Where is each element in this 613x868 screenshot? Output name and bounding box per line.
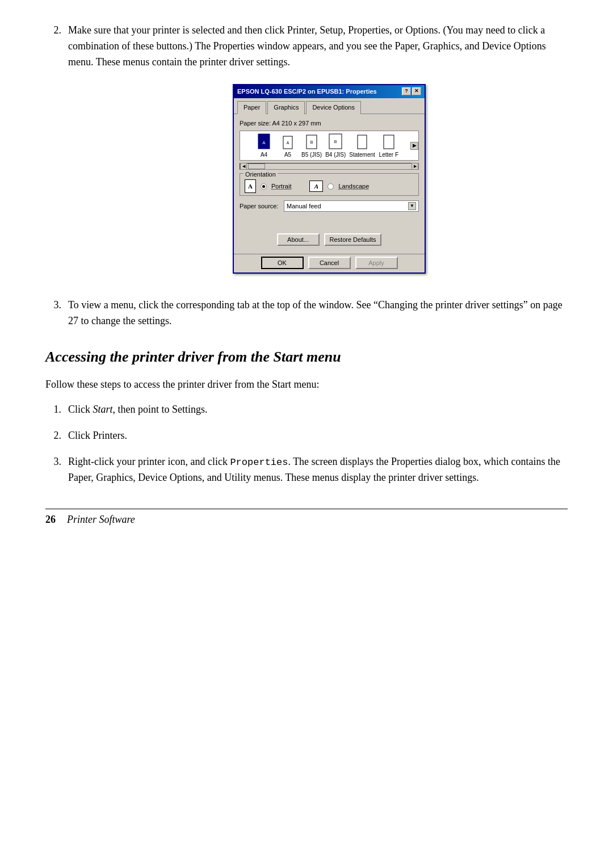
paper-item-letter[interactable]: Letter F <box>379 135 399 160</box>
list-num-3: 3. <box>45 297 61 329</box>
footer-title: Printer Software <box>67 514 135 526</box>
section-list-text-2: Click Printers. <box>68 428 568 444</box>
ok-button[interactable]: OK <box>261 257 304 269</box>
dialog-tabs: Paper Graphics Device Options <box>234 98 425 114</box>
portrait-icon: A <box>245 179 256 193</box>
list-item-2: 2. Make sure that your printer is select… <box>45 23 568 287</box>
section-list-item-2: 2. Click Printers. <box>45 428 568 444</box>
svg-rect-8 <box>358 135 367 149</box>
dialog-title: EPSON LQ-630 ESC/P2 on EPUSB1: Propertie… <box>237 87 377 97</box>
help-button[interactable]: ? <box>402 87 411 95</box>
apply-button[interactable]: Apply <box>355 257 398 269</box>
landscape-radio[interactable] <box>328 183 334 190</box>
paper-scroll-right[interactable]: ▶ <box>410 142 418 150</box>
about-button[interactable]: About... <box>277 233 320 246</box>
paper-source-row: Paper source: Manual feed ▼ <box>240 200 419 212</box>
svg-rect-9 <box>384 135 394 149</box>
page-content: 2. Make sure that your printer is select… <box>45 23 568 526</box>
dialog-box: EPSON LQ-630 ESC/P2 on EPUSB1: Propertie… <box>233 84 426 274</box>
paper-icons-row: A A4 A A5 <box>240 131 419 161</box>
section-list-text-1: Click Start, then point to Settings. <box>68 402 568 418</box>
tab-device-options[interactable]: Device Options <box>306 101 361 114</box>
list-num-2: 2. <box>45 23 61 287</box>
paper-source-value: Manual feed <box>287 202 321 211</box>
list-text-2: Make sure that your printer is selected … <box>68 23 568 287</box>
dialog-footer-row: OK Cancel Apply <box>234 254 425 272</box>
scroll-thumb[interactable] <box>248 163 265 169</box>
section-list-num-1: 1. <box>45 402 61 418</box>
close-button[interactable]: ✕ <box>412 87 421 95</box>
dialog-body: Paper size: A4 210 x 297 mm A <box>234 114 425 254</box>
tab-graphics[interactable]: Graphics <box>267 101 305 114</box>
portrait-label[interactable]: Portrait <box>271 182 291 191</box>
paper-source-select[interactable]: Manual feed ▼ <box>284 200 419 212</box>
section-steps-list: 1. Click Start, then point to Settings. … <box>45 402 568 486</box>
tab-paper[interactable]: Paper <box>237 101 266 114</box>
page-footer: 26 Printer Software <box>45 509 568 526</box>
dialog-titlebar: EPSON LQ-630 ESC/P2 on EPUSB1: Propertie… <box>234 85 425 98</box>
select-arrow-icon: ▼ <box>408 202 416 210</box>
section-list-text-3: Right-click your printer icon, and click… <box>68 454 568 486</box>
cancel-button[interactable]: Cancel <box>308 257 351 269</box>
landscape-icon: A <box>309 181 323 192</box>
dialog-spacer <box>240 216 419 233</box>
section-list-num-2: 2. <box>45 428 61 444</box>
portrait-radio[interactable] <box>261 183 267 190</box>
list-text-3: To view a menu, click the corresponding … <box>68 297 568 329</box>
section-list-num-3: 3. <box>45 454 61 486</box>
svg-text:A: A <box>262 140 266 145</box>
svg-text:B: B <box>334 140 337 144</box>
paper-source-label: Paper source: <box>240 202 279 211</box>
scroll-left-btn[interactable]: ◀ <box>240 163 247 170</box>
paper-scrollbar[interactable]: ◀ ▶ <box>240 163 419 170</box>
dialog-action-row: About... Restore Defaults <box>240 233 419 246</box>
titlebar-buttons: ? ✕ <box>402 87 421 95</box>
orientation-legend: Orientation <box>243 170 278 179</box>
paper-item-a5[interactable]: A A5 <box>278 136 298 160</box>
section-heading: Accessing the printer driver from the St… <box>45 347 568 367</box>
intro-paragraph: Follow these steps to access the printer… <box>45 377 568 393</box>
paper-item-b5jis[interactable]: B B5 (JIS) <box>301 135 322 160</box>
orientation-group: Orientation A Portrait A <box>240 173 419 196</box>
paper-size-label: Paper size: A4 210 x 297 mm <box>240 119 419 128</box>
svg-text:A: A <box>287 141 289 145</box>
footer-page-number: 26 <box>45 514 56 526</box>
svg-text:B: B <box>310 140 313 144</box>
paper-item-a4[interactable]: A A4 <box>254 133 274 160</box>
scroll-right-btn[interactable]: ▶ <box>412 163 418 170</box>
paper-item-statement[interactable]: Statement <box>349 135 375 160</box>
landscape-label[interactable]: Landscape <box>338 182 369 191</box>
section-list-item-1: 1. Click Start, then point to Settings. <box>45 402 568 418</box>
list-item-3: 3. To view a menu, click the correspondi… <box>45 297 568 329</box>
restore-defaults-button[interactable]: Restore Defaults <box>324 233 382 246</box>
paper-item-b4jis[interactable]: B B4 (JIS) <box>325 133 346 160</box>
screenshot-container: EPSON LQ-630 ESC/P2 on EPUSB1: Propertie… <box>91 84 568 274</box>
step2-text: Make sure that your printer is selected … <box>68 24 546 68</box>
section-list-item-3: 3. Right-click your printer icon, and cl… <box>45 454 568 486</box>
